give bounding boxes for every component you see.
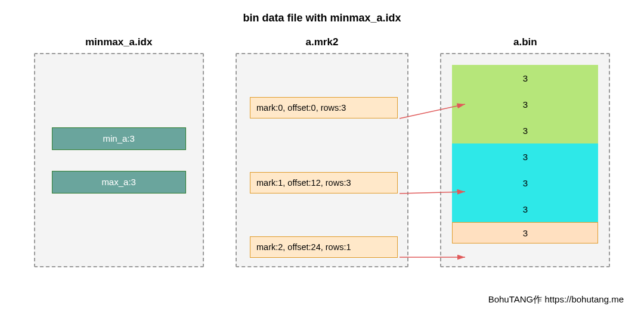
bin-panel: 3 3 3 3 3 3 3 [440,53,610,267]
mark-row-2: mark:2, offset:24, rows:1 [250,236,398,258]
mrk-panel-label: a.mrk2 [236,36,408,48]
mark-row-0: mark:0, offset:0, rows:3 [250,97,398,118]
bin-cell: 3 [452,222,598,244]
idx-max-box: max_a:3 [52,171,186,193]
bin-group-2: 3 [452,222,598,244]
mrk-panel: mark:0, offset:0, rows:3 mark:1, offset:… [236,53,408,267]
bin-group-1: 3 3 3 [452,143,598,222]
bin-cell: 3 [452,196,598,222]
bin-panel-label: a.bin [440,36,610,48]
bin-group-0: 3 3 3 [452,65,598,143]
diagram-container: minmax_a.idx min_a:3 max_a:3 a.mrk2 mark… [0,30,644,267]
footer-credit: BohuTANG作 https://bohutang.me [488,294,624,305]
bin-cell: 3 [452,91,598,117]
bin-cell: 3 [452,170,598,196]
bin-panel-wrap: a.bin 3 3 3 3 3 3 3 [440,36,610,267]
bin-cell: 3 [452,65,598,91]
bin-cell: 3 [452,117,598,143]
idx-panel-wrap: minmax_a.idx min_a:3 max_a:3 [34,36,204,267]
bin-cell: 3 [452,143,598,170]
idx-panel-label: minmax_a.idx [34,36,204,48]
idx-min-box: min_a:3 [52,127,186,150]
diagram-title: bin data file with minmax_a.idx [0,0,644,30]
mrk-panel-wrap: a.mrk2 mark:0, offset:0, rows:3 mark:1, … [236,36,408,267]
idx-panel: min_a:3 max_a:3 [34,53,204,267]
mark-row-1: mark:1, offset:12, rows:3 [250,172,398,193]
